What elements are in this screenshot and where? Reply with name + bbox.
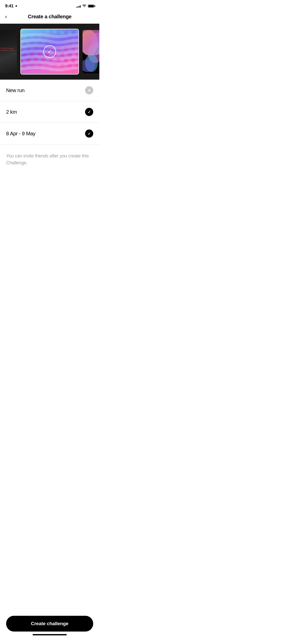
form-container: New run ✕ 2 km ✓ 8 Apr - 9 May ✓ You can…	[0, 80, 99, 174]
svg-point-66	[83, 30, 98, 55]
svg-point-59	[34, 69, 38, 73]
distance-value: 2 km	[6, 109, 17, 115]
invite-text-container: You can invite friends after you create …	[0, 144, 99, 174]
status-time: 9:41	[5, 4, 13, 9]
page-title: Create a challenge	[28, 14, 71, 20]
challenge-name-field[interactable]: New run ✕	[0, 80, 99, 101]
colorful-svg	[83, 30, 99, 73]
carousel-item-dark[interactable]	[0, 30, 17, 73]
distance-check: ✓	[85, 108, 93, 116]
svg-marker-0	[15, 5, 17, 7]
image-carousel: ✓	[0, 24, 99, 80]
signal-icon	[76, 5, 81, 8]
clear-name-button[interactable]: ✕	[85, 86, 93, 94]
distance-field[interactable]: 2 km ✓	[0, 101, 99, 123]
nav-bar: ‹ Create a challenge	[0, 11, 99, 24]
svg-point-6	[60, 31, 64, 35]
invite-info-text: You can invite friends after you create …	[6, 153, 93, 166]
back-button[interactable]: ‹	[5, 13, 7, 20]
battery-icon	[88, 5, 94, 8]
date-range-value: 8 Apr - 9 May	[6, 131, 35, 137]
selected-check: ✓	[43, 45, 56, 58]
svg-point-64	[71, 69, 76, 74]
wifi-icon	[82, 5, 86, 8]
date-range-field[interactable]: 8 Apr - 9 May ✓	[0, 123, 99, 144]
carousel-item-wavy[interactable]: ✓	[20, 29, 79, 75]
status-icons	[76, 5, 94, 8]
status-bar: 9:41	[0, 0, 99, 11]
svg-point-3	[38, 30, 42, 34]
date-range-check: ✓	[85, 129, 93, 138]
svg-point-4	[45, 29, 49, 33]
svg-point-69	[91, 33, 99, 48]
carousel-item-colorful[interactable]	[83, 30, 99, 73]
svg-point-5	[53, 30, 57, 34]
challenge-name-value: New run	[6, 87, 24, 93]
location-icon	[15, 5, 18, 8]
